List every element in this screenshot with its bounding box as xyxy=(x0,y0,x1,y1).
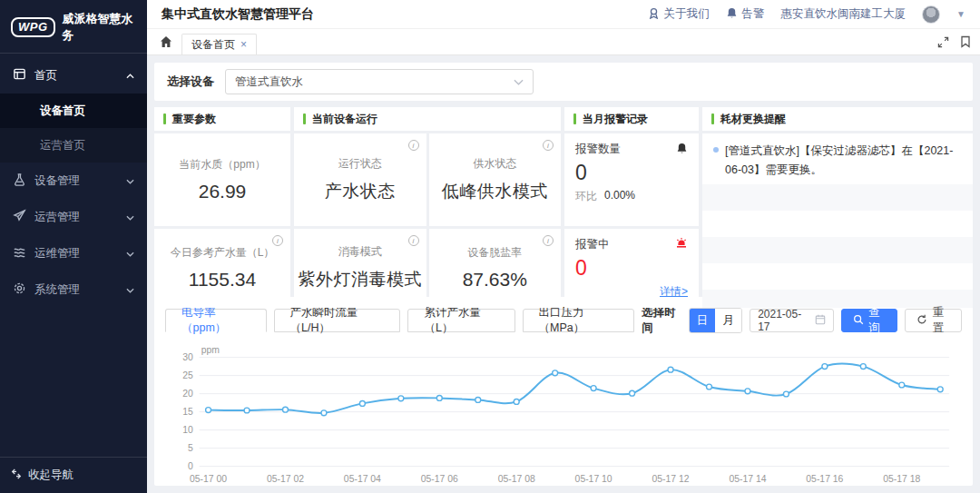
about-us-link[interactable]: 关于我们 xyxy=(648,6,710,22)
green-bar xyxy=(163,113,166,124)
brand-logo: WPG xyxy=(11,17,55,37)
chart-controls: 电导率（ppm） 产水瞬时流量（L/H） 累计产水量（L） 出口压力（MPa） … xyxy=(165,305,962,336)
svg-text:15: 15 xyxy=(182,407,193,417)
sidebar-item-operation-mgmt[interactable]: 运营管理 xyxy=(0,199,147,235)
bell-icon xyxy=(676,143,688,157)
stat-supply-status: i 供水状态 低峰供水模式 xyxy=(429,133,562,226)
sidebar-item-operation-home[interactable]: 运营首页 xyxy=(0,128,147,163)
sidebar-item-maintenance-mgmt[interactable]: 运维管理 xyxy=(0,235,147,271)
bookmark-icon[interactable] xyxy=(960,35,971,48)
stat-running-status: i 运行状态 产水状态 xyxy=(294,133,426,226)
reset-label: 重置 xyxy=(932,305,950,336)
green-bar xyxy=(303,113,306,124)
stat-today-output: i 今日参考产水量（L） 1155.34 xyxy=(154,229,290,308)
content: 选择设备 管道式直饮水 重要参数 当前水质（ppm） 26. xyxy=(147,55,980,493)
topbar: 集中式直饮水智慧管理平台 关于我们 告警 惠安直饮水闽南建工大厦 ▼ xyxy=(147,0,980,29)
day-month-toggle: 日 月 xyxy=(689,308,742,333)
query-label: 查询 xyxy=(868,305,887,336)
card-header: 耗材更换提醒 xyxy=(702,107,973,131)
sidebar-item-home[interactable]: 首页 xyxy=(0,57,147,94)
svg-text:05-17 16: 05-17 16 xyxy=(806,474,843,484)
svg-text:05-17 08: 05-17 08 xyxy=(498,474,535,484)
card-header: 当前设备运行 xyxy=(294,107,561,131)
topbar-right: 关于我们 告警 惠安直饮水闽南建工大厦 ▼ xyxy=(648,5,965,24)
device-select[interactable]: 管道式直饮水 xyxy=(225,69,534,94)
sidebar-item-device-home[interactable]: 设备首页 xyxy=(0,94,147,128)
line-chart[interactable]: 051015202530ppm05-17 0005-17 0205-17 040… xyxy=(165,343,962,486)
stat-value: 低峰供水模式 xyxy=(442,180,548,203)
sidebar-item-device-mgmt[interactable]: 设备管理 xyxy=(0,163,147,199)
sidebar-item-label: 系统管理 xyxy=(34,282,118,298)
stat-label: 当前水质（ppm） xyxy=(179,157,265,173)
avatar[interactable] xyxy=(922,5,940,24)
svg-text:20: 20 xyxy=(182,389,193,399)
sidebar-menu: 首页 设备首页 运营首页 设备管理 运营管理 运维管理 xyxy=(0,54,147,457)
month-toggle-button[interactable]: 月 xyxy=(715,309,741,332)
tab-outlet-pressure[interactable]: 出口压力（MPa） xyxy=(523,309,635,332)
card-body: 当前水质（ppm） 26.99 i 今日参考产水量（L） 1155.34 xyxy=(154,133,290,308)
stat-desalination-rate: i 设备脱盐率 87.63% xyxy=(429,229,562,308)
waves-icon xyxy=(13,245,26,261)
siren-icon xyxy=(675,237,688,251)
chevron-down-icon xyxy=(126,174,134,187)
chevron-down-icon xyxy=(514,75,524,88)
query-button[interactable]: 查询 xyxy=(841,309,898,332)
svg-text:30: 30 xyxy=(182,352,193,362)
brand: WPG 威派格智慧水务 xyxy=(0,0,147,54)
consumables-list: [管道式直饮水]【保安过滤器滤芯】在【2021-06-03】需要更换。 xyxy=(702,133,973,308)
date-value: 2021-05-17 xyxy=(758,308,809,333)
station-name[interactable]: 惠安直饮水闽南建工大厦 xyxy=(781,6,906,22)
alarm-count-label: 报警数量 xyxy=(575,142,676,157)
svg-text:05-17 18: 05-17 18 xyxy=(883,474,920,484)
about-us-label: 关于我们 xyxy=(664,6,710,22)
page-title: 集中式直饮水智慧管理平台 xyxy=(162,6,314,23)
tab-conductivity[interactable]: 电导率（ppm） xyxy=(165,309,267,332)
card-header: 当月报警记录 xyxy=(564,107,699,131)
ratio-label: 环比 xyxy=(575,189,597,204)
info-icon[interactable]: i xyxy=(543,235,554,246)
svg-text:0: 0 xyxy=(188,461,193,471)
main-area: 集中式直饮水智慧管理平台 关于我们 告警 惠安直饮水闽南建工大厦 ▼ 设备首页 … xyxy=(147,0,980,493)
chevron-down-icon xyxy=(126,211,134,223)
sidebar-item-label: 运营管理 xyxy=(34,210,118,225)
time-select-label: 选择时间 xyxy=(642,305,681,336)
card-important-params: 重要参数 当前水质（ppm） 26.99 i 今日参考产水量（L） 1155.3… xyxy=(154,107,290,308)
collapse-nav-button[interactable]: 收起导航 xyxy=(0,457,147,493)
calendar-icon xyxy=(815,314,826,328)
tab-instant-flow[interactable]: 产水瞬时流量（L/H） xyxy=(274,309,401,332)
stat-value: 87.63% xyxy=(463,269,527,291)
tab-total-output[interactable]: 累计产水量（L） xyxy=(407,309,514,332)
alarm-link[interactable]: 告警 xyxy=(726,6,765,22)
device-selector-label: 选择设备 xyxy=(167,74,214,90)
reset-button[interactable]: 重置 xyxy=(905,309,962,332)
device-selector-panel: 选择设备 管道式直饮水 xyxy=(154,63,973,101)
empty-rows xyxy=(702,184,973,308)
info-icon[interactable]: i xyxy=(272,235,283,246)
card-monthly-alarms: 当月报警记录 报警数量 0 环比 0.00% xyxy=(564,107,699,308)
caret-down-icon[interactable]: ▼ xyxy=(956,9,965,19)
sidebar-item-system-mgmt[interactable]: 系统管理 xyxy=(0,271,147,308)
day-toggle-button[interactable]: 日 xyxy=(690,309,716,332)
date-picker[interactable]: 2021-05-17 xyxy=(750,309,834,332)
alarm-detail-link[interactable]: 详情> xyxy=(660,284,688,300)
home-tab-button[interactable] xyxy=(160,35,172,48)
list-item[interactable]: [管道式直饮水]【保安过滤器滤芯】在【2021-06-03】需要更换。 xyxy=(702,133,973,184)
green-bar xyxy=(711,113,714,124)
info-icon[interactable]: i xyxy=(543,140,554,151)
green-bar xyxy=(573,113,576,124)
tab-label: 设备首页 xyxy=(191,37,235,53)
card-title: 耗材更换提醒 xyxy=(720,112,786,127)
search-icon xyxy=(853,314,864,328)
sidebar-submenu-home: 设备首页 运营首页 xyxy=(0,94,147,163)
tab-device-home[interactable]: 设备首页 × xyxy=(181,34,257,54)
stat-label: 消毒模式 xyxy=(338,244,382,260)
close-icon[interactable]: × xyxy=(240,38,247,51)
fullscreen-icon[interactable] xyxy=(937,36,949,48)
flask-icon xyxy=(13,173,26,189)
stat-label: 供水状态 xyxy=(473,156,516,172)
stat-value: 紫外灯消毒模式 xyxy=(299,268,423,291)
svg-text:05-17 06: 05-17 06 xyxy=(421,474,458,484)
info-icon[interactable]: i xyxy=(408,140,419,151)
info-icon[interactable]: i xyxy=(408,235,419,246)
card-title: 当月报警记录 xyxy=(583,112,648,127)
